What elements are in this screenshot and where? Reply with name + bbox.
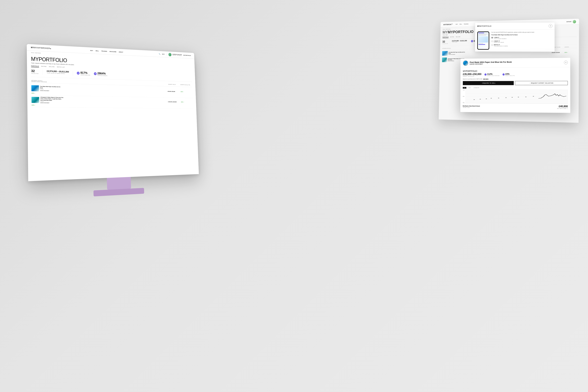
back-tab-portfolio[interactable]: PORTFOLIO (442, 36, 449, 38)
chart-with-labels: 75k 60k 50k (463, 90, 568, 104)
chart-tab-1yr[interactable]: 1YR/MO/YR (472, 87, 480, 89)
phone-chart-preview (478, 36, 488, 42)
radio-sublabel-want: Register your interest (494, 42, 504, 43)
main-body: MYPORTFOLIO Track, request valuations an… (27, 54, 196, 109)
search-icon[interactable]: 🔍 (159, 53, 160, 55)
enquire-to-sell-btn[interactable]: → ENQUIRE TO SELL (463, 81, 514, 85)
svg-line-2 (467, 100, 566, 100)
back-artwork-growth-1: 322% ↑ (564, 52, 576, 53)
modal-body: MYPORTFOLIO £35,000–£50,000 MARKET VALUA… (460, 67, 570, 113)
tab-selling[interactable]: SELLING (49, 66, 55, 68)
back-tab-selling[interactable]: SELLING (456, 36, 460, 38)
back-nav-trading[interactable]: TRADING (464, 24, 468, 24)
artwork-source-2: SIGNED (40, 101, 64, 102)
back-nav-portfolio[interactable]: MYPORT (566, 21, 572, 22)
radio-label-own: I OWN IT (494, 37, 506, 38)
modal-growth-stat: ↑ 112% GROWTH SINCE PURCHASE (484, 73, 500, 76)
phone-line-5 (478, 44, 485, 45)
col-market-value: MARKET VALUE (168, 84, 180, 85)
radio-dot-watch (492, 44, 493, 46)
radio-option-want[interactable]: I WANT IT Register your interest (492, 40, 552, 43)
back-nav-buy[interactable]: BUY (456, 24, 458, 25)
radio-sublabel-own: Trade & request valuations (494, 38, 506, 39)
nav-currency[interactable]: GBP ▾ (162, 54, 165, 55)
monitor-stand-neck (107, 177, 131, 190)
portfolio-growth-pct: 2864% (98, 72, 107, 75)
nav-dot (50, 48, 51, 49)
main-monitor-screen: MYMYARTBROKER BUY SELL TRADING MAGAZINE … (27, 44, 199, 181)
nav-link-trading[interactable]: TRADING (101, 50, 107, 52)
back-collection-stat: 32 COLLECTION (442, 40, 448, 44)
chart-y-axis: 75k 60k 50k (463, 90, 464, 103)
nav-link-about[interactable]: ABOUT (119, 51, 123, 53)
chart-svg (467, 91, 566, 102)
tab-buying[interactable]: BUYING (41, 66, 46, 68)
svg-line-0 (467, 93, 566, 94)
artwork-growth-since-1: 322%↑ (32, 92, 63, 94)
radio-option-own[interactable]: I OWN IT Trade & request valuations (492, 37, 552, 39)
tab-watchlist[interactable]: WATCH LIST (57, 66, 65, 68)
svg-point-10 (518, 97, 519, 98)
nav-link-sell[interactable]: SELL (96, 50, 99, 52)
radio-option-watch[interactable]: WATCH IT Track performance in realtime (492, 44, 552, 47)
back-nav-sell[interactable]: SELL (460, 24, 462, 25)
modal-close-btn[interactable]: × (564, 61, 568, 64)
nav-portfolio-btn[interactable]: MYPORTFOLIO (184, 55, 191, 56)
back-artwork-price-1: £35,000–£50,000 (552, 52, 564, 53)
modal-value-range: £35,000–£50,000 (463, 73, 482, 76)
artwork-artist-2: DAVID HOCKNEY (40, 102, 64, 104)
modal-growth-aaig-stat: ↑ 23% GROWTH AAIG (3 YR) (502, 73, 515, 76)
back-artwork-title-1: Pool Made With Paper And Blue Ink For Bo… (448, 52, 466, 54)
stat-sep-2 (73, 71, 73, 76)
modal-small-close[interactable]: × (549, 24, 552, 28)
back-artwork-thumb-2 (442, 58, 447, 62)
row2-spacer (64, 100, 167, 102)
artwork-title-2: Lithograph Of Water Made Of Thick And Th… (40, 96, 64, 101)
artwork-info-1: Pool Made With Paper And Blue Ink For Bo… (32, 85, 64, 92)
modal-header: Pool Made With Paper And Blue Ink For Bo… (460, 58, 570, 68)
growth-aaig-label: GROWTH AAIG (3YR) (80, 74, 90, 76)
artwork-growth-aaig-2: 322%↑ (181, 101, 193, 103)
back-tab-buying[interactable]: BUYING (450, 36, 454, 38)
row1-spacer (64, 89, 166, 91)
modal-radio-group: I OWN IT Trade & request valuations I WA… (492, 37, 552, 47)
modal-small-logo: MYMYPORTFOLIO (477, 25, 492, 27)
tab-portfolio[interactable]: PORTFOLIO (31, 65, 39, 68)
modal-growth-aaig-pct: 23% (505, 73, 514, 75)
modal-float: Pool Made With Paper And Blue Ink For Bo… (460, 58, 570, 113)
growth-aaig-block: 817% GROWTH AAIG (3YR) (77, 71, 90, 76)
svg-point-6 (490, 98, 492, 98)
chart-y-label-50: 50k (463, 102, 464, 103)
svg-point-12 (533, 96, 534, 96)
artwork-growth-aaig-1: 322%↑ (180, 91, 192, 92)
sign-out-link[interactable]: SIGN OUT (172, 55, 176, 56)
request-valuation-btn[interactable]: → REQUEST EXPERT VALUATION (515, 81, 568, 85)
radio-sublabel-watch: Track performance in realtime (494, 46, 508, 46)
artwork-title-1: Pool Made With Paper And Blue Ink For Bo… (40, 86, 63, 89)
back-col-spacer-1 (467, 52, 551, 53)
nav-link-buy[interactable]: BUY (90, 50, 93, 51)
back-col-growth: GROWTH (564, 46, 576, 48)
artwork-price-1: £35,000–£50,000 (168, 91, 180, 92)
artwork-thumb-2 (32, 97, 39, 103)
chart-tab-all[interactable]: ALL (463, 87, 466, 89)
phone-line-2 (478, 34, 488, 34)
radio-label-want: I WANT IT (494, 40, 504, 42)
edit-info-link[interactable]: EDIT INFO (483, 78, 488, 80)
back-nav-logo: ARTBROKER. (443, 24, 453, 26)
modal-growth-aaig-label: GROWTH AAIG (3 YR) (505, 75, 514, 76)
svg-point-7 (498, 98, 499, 98)
growth-aaig-pct: 817% (80, 71, 90, 75)
nav-link-magazine[interactable]: MAGAZINE (110, 51, 116, 52)
chart-tab-5yr[interactable]: 5YR (468, 87, 472, 89)
modal-small: MYMYPORTFOLIO × For the best MYPORTFOLIO… (475, 22, 554, 52)
my-profile-link[interactable]: MY PROFILE (177, 55, 182, 56)
modal-growth-aaig-icon: ↑ (502, 73, 505, 76)
chart-section: ALL 5YR 1YR/MO/YR 75k 60k 50k (463, 87, 568, 104)
col-empty (63, 81, 168, 85)
artwork-thumb-1 (32, 85, 39, 91)
phone-line-4 (478, 43, 483, 44)
modal-value-stat: £35,000–£50,000 MARKET VALUATION (463, 73, 482, 77)
collection-count: 32 (31, 69, 38, 73)
modal-growth-label: GROWTH SINCE PURCHASE (487, 75, 500, 76)
